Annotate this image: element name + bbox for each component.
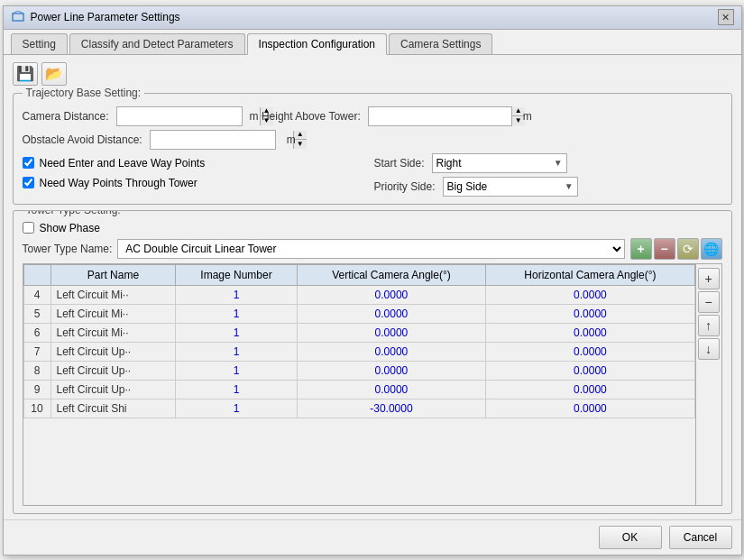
cell-horizontal: 0.0000 [486, 399, 694, 418]
cell-name: Left Circuit Mi·· [51, 304, 176, 323]
table-row[interactable]: 6 Left Circuit Mi·· 1 0.0000 0.0000 [23, 323, 694, 342]
row-add-button[interactable]: + [698, 268, 720, 289]
obstacle-input[interactable]: 2.50 ▲ ▼ [150, 130, 276, 150]
title-bar: Power Line Parameter Settings ✕ [4, 6, 741, 30]
close-button[interactable]: ✕ [718, 9, 734, 25]
parts-table: Part Name Image Number Vertical Camera A… [23, 264, 695, 418]
obstacle-up[interactable]: ▲ [294, 131, 307, 140]
cell-horizontal: 0.0000 [486, 361, 694, 380]
cell-name: Left Circuit Mi·· [51, 323, 176, 342]
table-row[interactable]: 9 Left Circuit Up·· 1 0.0000 0.0000 [23, 380, 694, 399]
tower-action-buttons: + − ⟳ 🌐 [630, 238, 722, 260]
cell-name: Left Circuit Shi [51, 399, 176, 418]
svg-rect-0 [13, 14, 23, 21]
cell-num: 6 [23, 323, 51, 342]
cell-vertical: -30.0000 [297, 399, 486, 418]
col-num [23, 264, 51, 285]
trajectory-group-label: Trajectory Base Setting: [23, 87, 145, 99]
cell-img-num: 1 [176, 342, 297, 361]
start-side-label: Start Side: [374, 157, 425, 170]
table-container: Part Name Image Number Vertical Camera A… [23, 263, 722, 506]
tab-setting[interactable]: Setting [11, 33, 68, 54]
cell-img-num: 1 [176, 323, 297, 342]
table-row[interactable]: 7 Left Circuit Up·· 1 0.0000 0.0000 [23, 342, 694, 361]
tab-camera[interactable]: Camera Settings [389, 33, 492, 54]
window-title: Power Line Parameter Settings [31, 11, 180, 23]
main-content: 💾 📂 Trajectory Base Setting: Camera Dist… [4, 55, 741, 519]
camera-distance-label: Camera Distance: [23, 110, 109, 123]
tower-type-label: Tower Type Name: [23, 243, 113, 255]
need-through-checkbox[interactable] [23, 177, 34, 188]
tower-group: Tower Type Setting: Show Phase Tower Typ… [13, 210, 732, 514]
height-input[interactable]: 8.000 ▲ ▼ [368, 106, 512, 126]
main-window: Power Line Parameter Settings ✕ Setting … [3, 5, 742, 555]
need-through-label: Need Way Points Through Tower [40, 177, 197, 189]
open-button[interactable]: 📂 [41, 62, 67, 86]
table-row[interactable]: 10 Left Circuit Shi 1 -30.0000 0.0000 [23, 399, 694, 418]
cell-num: 10 [23, 399, 51, 418]
need-enter-label: Need Enter and Leave Way Points [40, 157, 206, 170]
cell-horizontal: 0.0000 [486, 380, 694, 399]
cell-horizontal: 0.0000 [486, 342, 694, 361]
table-row[interactable]: 4 Left Circuit Mi·· 1 0.0000 0.0000 [23, 285, 694, 304]
cell-horizontal: 0.0000 [486, 323, 694, 342]
toolbar: 💾 📂 [13, 60, 732, 87]
start-side-dropdown[interactable]: Right ▼ [432, 153, 567, 173]
tower-globe-button[interactable]: 🌐 [701, 238, 722, 260]
ok-button[interactable]: OK [599, 526, 662, 549]
cell-img-num: 1 [176, 285, 297, 304]
tab-inspection[interactable]: Inspection Configuration [247, 33, 387, 55]
col-part-name: Part Name [51, 264, 176, 285]
col-vertical: Vertical Camera Angle(°) [297, 264, 486, 285]
cell-num: 7 [23, 342, 51, 361]
cell-name: Left Circuit Up·· [51, 342, 176, 361]
height-value[interactable]: 8.000 [369, 107, 511, 125]
cell-name: Left Circuit Up·· [51, 361, 176, 380]
table-side-buttons: + − ↑ ↓ [695, 264, 721, 505]
need-through-row: Need Way Points Through Tower [23, 177, 371, 189]
footer: OK Cancel [4, 519, 741, 555]
cell-img-num: 1 [176, 304, 297, 323]
table-row[interactable]: 5 Left Circuit Mi·· 1 0.0000 0.0000 [23, 304, 694, 323]
cell-img-num: 1 [176, 399, 297, 418]
obstacle-value[interactable]: 2.50 [151, 131, 293, 149]
cell-name: Left Circuit Mi·· [51, 285, 176, 304]
cancel-button[interactable]: Cancel [669, 526, 732, 549]
row-down-button[interactable]: ↓ [698, 338, 720, 360]
camera-distance-value[interactable]: 3.000 [117, 107, 260, 125]
row-remove-button[interactable]: − [698, 291, 720, 313]
tower-type-select[interactable]: AC Double Circuit Linear Tower AC Single… [117, 239, 624, 259]
tower-type-row: Tower Type Name: AC Double Circuit Linea… [23, 238, 722, 260]
tower-add-button[interactable]: + [630, 238, 652, 260]
cell-img-num: 1 [176, 361, 297, 380]
save-button[interactable]: 💾 [13, 62, 38, 86]
cell-horizontal: 0.0000 [486, 304, 694, 323]
tab-classify[interactable]: Classify and Detect Parameters [69, 33, 245, 54]
cell-vertical: 0.0000 [297, 304, 486, 323]
trajectory-group: Trajectory Base Setting: Camera Distance… [13, 93, 732, 205]
camera-distance-input[interactable]: 3.000 ▲ ▼ [116, 106, 243, 126]
cell-name: Left Circuit Up·· [51, 380, 176, 399]
height-unit: m [523, 110, 532, 123]
priority-side-dropdown[interactable]: Big Side ▼ [443, 177, 578, 197]
priority-side-arrow: ▼ [565, 181, 574, 191]
show-phase-checkbox[interactable] [23, 222, 34, 234]
priority-side-label: Priority Side: [374, 180, 436, 193]
cell-vertical: 0.0000 [297, 380, 486, 399]
need-enter-checkbox[interactable] [23, 157, 34, 169]
tower-remove-button[interactable]: − [654, 238, 675, 260]
priority-side-value: Big Side [447, 180, 488, 193]
cell-num: 5 [23, 304, 51, 323]
table-scroll-area[interactable]: Part Name Image Number Vertical Camera A… [23, 264, 695, 505]
row-up-button[interactable]: ↑ [698, 315, 720, 336]
tower-group-label: Tower Type Setting: [23, 210, 124, 216]
col-image-num: Image Number [176, 264, 297, 285]
table-row[interactable]: 8 Left Circuit Up·· 1 0.0000 0.0000 [23, 361, 694, 380]
cell-num: 8 [23, 361, 51, 380]
obstacle-down[interactable]: ▼ [294, 140, 307, 149]
show-phase-label: Show Phase [40, 222, 100, 234]
obstacle-unit: m [287, 133, 296, 146]
tower-refresh-button[interactable]: ⟳ [677, 238, 699, 260]
start-side-arrow: ▼ [554, 158, 563, 168]
start-side-value: Right [436, 157, 462, 170]
